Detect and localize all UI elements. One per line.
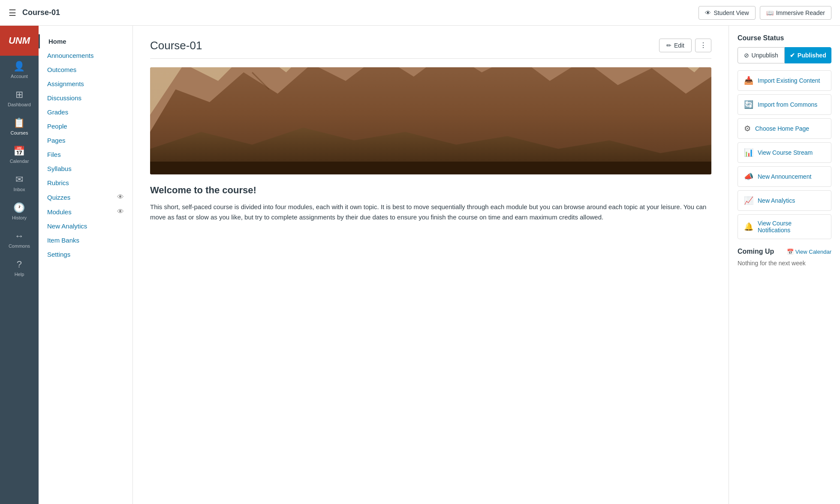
sidebar-action-new-analytics[interactable]: 📈 New Analytics	[738, 190, 831, 211]
published-icon: ✔	[790, 52, 795, 59]
welcome-title: Welcome to the course!	[150, 185, 711, 196]
course-nav-item-people[interactable]: People	[39, 119, 132, 133]
edit-button[interactable]: ✏ Edit	[659, 39, 692, 52]
unpublish-button[interactable]: ⊘ Unpublish	[738, 47, 785, 63]
course-nav-item-assignments[interactable]: Assignments	[39, 77, 132, 91]
sidebar-action-import-commons[interactable]: 🔄 Import from Commons	[738, 94, 831, 115]
gnav-item-history[interactable]: 🕐 History	[8, 197, 31, 225]
action-label-view-notifications: View Course Notifications	[758, 220, 825, 234]
course-nav-label-announcements: Announcements	[47, 52, 93, 59]
course-nav-item-quizzes[interactable]: Quizzes👁	[39, 190, 132, 204]
global-nav: UNM 👤 Account ⊞ Dashboard 📋 Courses 📅 Ca…	[0, 26, 39, 504]
course-nav: HomeAnnouncementsOutcomesAssignmentsDisc…	[39, 26, 133, 504]
action-icon-new-announcement: 📣	[744, 172, 753, 181]
course-nav-item-outcomes[interactable]: Outcomes	[39, 63, 132, 77]
sidebar-action-view-stream[interactable]: 📊 View Course Stream	[738, 142, 831, 163]
view-calendar-link[interactable]: 📅 View Calendar	[787, 249, 831, 255]
course-nav-item-settings[interactable]: Settings	[39, 247, 132, 261]
gnav-label-account: Account	[11, 74, 28, 79]
sidebar-action-choose-home[interactable]: ⚙ Choose Home Page	[738, 118, 831, 139]
hamburger-menu[interactable]: ☰	[9, 8, 16, 18]
student-view-label: Student View	[714, 9, 749, 16]
edit-icon: ✏	[666, 42, 671, 49]
gnav-label-dashboard: Dashboard	[8, 102, 31, 107]
course-nav-label-pages: Pages	[47, 137, 66, 144]
gnav-item-courses[interactable]: 📋 Courses	[8, 112, 31, 141]
course-nav-label-grades: Grades	[47, 108, 68, 116]
visibility-icon-quizzes[interactable]: 👁	[117, 193, 124, 201]
coming-up-header: Coming Up 📅 View Calendar	[738, 248, 831, 255]
course-nav-item-home[interactable]: Home	[39, 34, 132, 48]
gnav-icon-history: 🕐	[13, 202, 25, 213]
gnav-item-inbox[interactable]: ✉ Inbox	[8, 169, 31, 197]
course-nav-label-rubrics: Rubrics	[47, 179, 69, 186]
action-icon-choose-home: ⚙	[744, 124, 751, 133]
gnav-item-account[interactable]: 👤 Account	[8, 56, 31, 84]
topbar-left: ☰ Course-01	[9, 8, 60, 18]
action-label-view-stream: View Course Stream	[758, 149, 813, 156]
published-button[interactable]: ✔ Published	[785, 47, 832, 63]
unpublish-label: Unpublish	[752, 52, 778, 59]
topbar-right: 👁 Student View 📖 Immersive Reader	[698, 6, 831, 20]
action-icon-view-notifications: 🔔	[744, 222, 753, 231]
course-nav-label-discussions: Discussions	[47, 94, 81, 102]
gnav-icon-help: ?	[17, 259, 22, 270]
action-label-choose-home: Choose Home Page	[755, 125, 809, 132]
coming-up-title: Coming Up	[738, 248, 774, 255]
edit-label: Edit	[674, 42, 684, 49]
more-options-button[interactable]: ⋮	[695, 39, 711, 52]
gnav-item-calendar[interactable]: 📅 Calendar	[8, 141, 31, 169]
action-icon-view-stream: 📊	[744, 148, 753, 157]
gnav-label-courses: Courses	[11, 130, 28, 135]
course-nav-item-item-banks[interactable]: Item Banks	[39, 233, 132, 247]
action-icon-import-existing: 📥	[744, 76, 753, 85]
content-area: Course-01 ✏ Edit ⋮	[133, 26, 729, 504]
course-nav-item-modules[interactable]: Modules👁	[39, 204, 132, 219]
gnav-icon-account: 👤	[13, 61, 25, 72]
gnav-label-history: History	[12, 215, 27, 220]
course-nav-label-people: People	[47, 123, 67, 130]
immersive-reader-button[interactable]: 📖 Immersive Reader	[760, 6, 831, 20]
welcome-text: This short, self-paced course is divided…	[150, 202, 711, 222]
course-nav-item-pages[interactable]: Pages	[39, 133, 132, 147]
sidebar-action-view-notifications[interactable]: 🔔 View Course Notifications	[738, 214, 831, 239]
course-nav-label-syllabus: Syllabus	[47, 165, 72, 172]
immersive-reader-icon: 📖	[766, 9, 774, 16]
course-nav-item-syllabus[interactable]: Syllabus	[39, 162, 132, 176]
action-label-import-existing: Import Existing Content	[758, 77, 820, 84]
course-nav-item-discussions[interactable]: Discussions	[39, 91, 132, 105]
course-nav-label-modules: Modules	[47, 208, 72, 216]
course-header: Course-01 ✏ Edit ⋮	[150, 39, 711, 59]
course-nav-item-files[interactable]: Files	[39, 147, 132, 162]
course-nav-label-assignments: Assignments	[47, 80, 84, 87]
visibility-icon-modules[interactable]: 👁	[117, 208, 124, 216]
main-layout: UNM 👤 Account ⊞ Dashboard 📋 Courses 📅 Ca…	[0, 26, 840, 504]
gnav-item-dashboard[interactable]: ⊞ Dashboard	[8, 84, 31, 112]
coming-up-empty: Nothing for the next week	[738, 260, 831, 267]
student-view-button[interactable]: 👁 Student View	[698, 6, 755, 20]
logo[interactable]: UNM	[0, 26, 39, 56]
sidebar-action-new-announcement[interactable]: 📣 New Announcement	[738, 166, 831, 187]
status-buttons: ⊘ Unpublish ✔ Published	[738, 47, 831, 63]
course-nav-label-quizzes: Quizzes	[47, 194, 70, 201]
gnav-icon-dashboard: ⊞	[15, 89, 23, 100]
course-nav-item-new-analytics[interactable]: New Analytics	[39, 219, 132, 233]
course-banner	[150, 67, 711, 174]
gnav-label-calendar: Calendar	[10, 159, 29, 164]
gnav-item-help[interactable]: ? Help	[8, 254, 31, 282]
course-header-actions: ✏ Edit ⋮	[659, 39, 711, 52]
course-nav-item-announcements[interactable]: Announcements	[39, 48, 132, 63]
unpublish-icon: ⊘	[744, 52, 749, 59]
topbar: ☰ Course-01 👁 Student View 📖 Immersive R…	[0, 0, 840, 26]
coming-up-section: Coming Up 📅 View Calendar Nothing for th…	[738, 248, 831, 267]
student-view-icon: 👁	[705, 9, 711, 16]
svg-rect-5	[150, 162, 711, 174]
gnav-icon-inbox: ✉	[15, 174, 23, 185]
topbar-title: Course-01	[22, 8, 60, 17]
sidebar-action-import-existing[interactable]: 📥 Import Existing Content	[738, 70, 831, 91]
logo-text: UNM	[9, 35, 30, 46]
course-nav-item-rubrics[interactable]: Rubrics	[39, 176, 132, 190]
gnav-item-commons[interactable]: ↔ Commons	[8, 225, 31, 254]
course-nav-item-grades[interactable]: Grades	[39, 105, 132, 119]
course-nav-label-home: Home	[48, 38, 66, 45]
